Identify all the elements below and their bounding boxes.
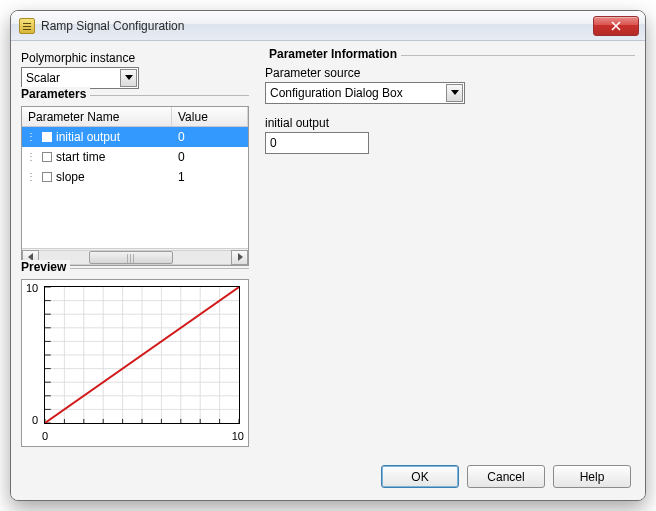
param-name: initial output	[56, 130, 120, 144]
dialog-window: Ramp Signal Configuration Polymorphic in…	[10, 10, 646, 501]
cancel-button[interactable]: Cancel	[467, 465, 545, 488]
x-tick-max: 10	[232, 430, 244, 442]
table-row[interactable]: ⋮initial output 0	[22, 127, 248, 147]
parameters-rows: ⋮initial output 0 ⋮start time 0 ⋮slope 1	[22, 127, 248, 248]
plot-area	[44, 286, 240, 424]
tree-glyph-icon: ⋮	[26, 152, 36, 162]
dialog-buttons: OK Cancel Help	[21, 459, 635, 496]
param-value: 1	[172, 170, 248, 184]
parameters-heading: Parameters	[21, 95, 249, 110]
param-value: 0	[172, 130, 248, 144]
close-button[interactable]	[593, 16, 639, 36]
parameter-source-label: Parameter source	[265, 66, 635, 80]
parameter-source-value: Configuration Dialog Box	[270, 86, 446, 100]
param-name: slope	[56, 170, 85, 184]
tree-glyph-icon: ⋮	[26, 132, 36, 142]
polymorphic-instance-value: Scalar	[26, 71, 120, 85]
chevron-down-icon	[446, 84, 463, 102]
app-icon	[19, 18, 35, 34]
table-row[interactable]: ⋮slope 1	[22, 167, 248, 187]
tree-glyph-icon: ⋮	[26, 172, 36, 182]
param-icon	[42, 172, 52, 182]
window-title: Ramp Signal Configuration	[41, 19, 184, 33]
param-value: 0	[172, 150, 248, 164]
param-icon	[42, 152, 52, 162]
y-tick-min: 0	[32, 414, 38, 426]
table-row[interactable]: ⋮start time 0	[22, 147, 248, 167]
titlebar[interactable]: Ramp Signal Configuration	[11, 11, 645, 41]
ok-button[interactable]: OK	[381, 465, 459, 488]
close-icon	[611, 21, 621, 31]
help-button[interactable]: Help	[553, 465, 631, 488]
parameters-table: Parameter Name Value ⋮initial output 0 ⋮…	[21, 106, 249, 266]
param-name: start time	[56, 150, 105, 164]
field-label: initial output	[265, 116, 635, 130]
scroll-thumb[interactable]	[89, 251, 173, 264]
x-tick-min: 0	[42, 430, 48, 442]
parameters-header: Parameter Name Value	[22, 107, 248, 127]
initial-output-input[interactable]	[265, 132, 369, 154]
y-tick-max: 10	[26, 282, 38, 294]
polymorphic-instance-label: Polymorphic instance	[21, 51, 249, 65]
preview-chart: 10 0 0 10	[21, 279, 249, 447]
scroll-right-button[interactable]	[231, 250, 248, 265]
parameter-source-dropdown[interactable]: Configuration Dialog Box	[265, 82, 465, 104]
param-icon	[42, 132, 52, 142]
polymorphic-instance-dropdown[interactable]: Scalar	[21, 67, 139, 89]
chevron-down-icon	[120, 69, 137, 87]
